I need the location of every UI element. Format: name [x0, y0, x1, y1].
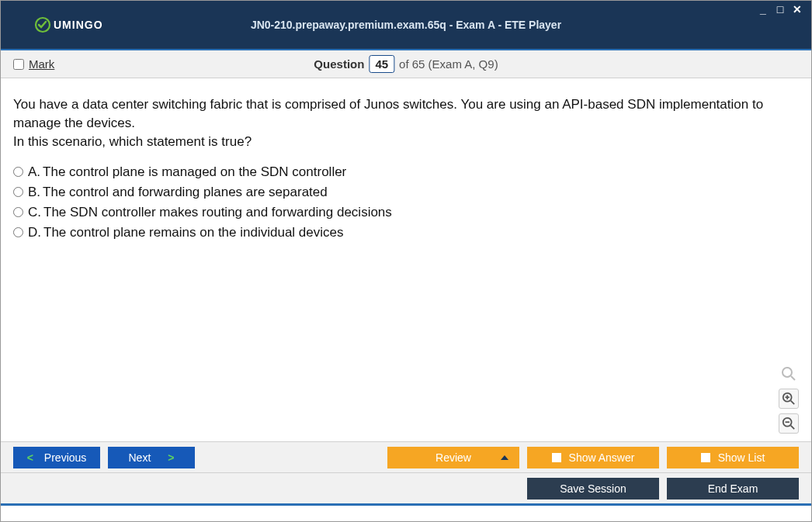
review-button[interactable]: Review	[387, 447, 519, 468]
logo-text: UMINGO	[54, 19, 103, 31]
question-indicator: Question 45 of 65 (Exam A, Q9)	[314, 55, 498, 73]
svg-point-1	[783, 368, 792, 377]
option-letter: D.	[28, 223, 41, 242]
question-word: Question	[314, 57, 364, 71]
option-a-radio[interactable]	[13, 167, 23, 177]
end-exam-label: End Exam	[708, 482, 758, 495]
next-label: Next	[129, 451, 151, 464]
search-icon[interactable]	[779, 364, 799, 384]
show-list-label: Show List	[718, 451, 765, 464]
answer-options: A. The control plane is managed on the S…	[13, 163, 799, 241]
option-c-radio[interactable]	[13, 207, 23, 217]
option-text: The SDN controller makes routing and for…	[43, 203, 392, 222]
maximize-icon[interactable]: □	[774, 4, 786, 15]
option-letter: B.	[28, 183, 40, 202]
svg-line-8	[791, 426, 795, 430]
zoom-in-icon[interactable]	[779, 389, 799, 409]
question-content: You have a data center switching fabric …	[1, 78, 811, 441]
mark-label[interactable]: Mark	[29, 57, 54, 71]
checkbox-icon	[552, 453, 561, 462]
chevron-left-icon: <	[27, 451, 33, 464]
info-bar: Mark Question 45 of 65 (Exam A, Q9)	[1, 50, 811, 78]
app-logo: UMINGO	[1, 16, 103, 34]
previous-button[interactable]: < Previous	[13, 447, 100, 468]
option-letter: A.	[28, 163, 40, 181]
option-letter: C.	[28, 203, 41, 222]
next-button[interactable]: Next >	[108, 447, 195, 468]
option-text: The control plane remains on the individ…	[43, 223, 344, 242]
svg-line-2	[791, 376, 795, 380]
show-answer-button[interactable]: Show Answer	[527, 447, 659, 468]
option-b[interactable]: B. The control and forwarding planes are…	[13, 183, 799, 202]
option-d[interactable]: D. The control plane remains on the indi…	[13, 223, 799, 242]
close-icon[interactable]: ✕	[791, 4, 803, 15]
triangle-up-icon	[501, 455, 508, 460]
title-bar: UMINGO JN0-210.prepaway.premium.exam.65q…	[1, 1, 811, 50]
zoom-out-icon[interactable]	[779, 413, 799, 434]
window-controls: _ □ ✕	[757, 4, 803, 15]
footer-session: Save Session End Exam	[1, 472, 811, 503]
minimize-icon[interactable]: _	[757, 4, 769, 15]
previous-label: Previous	[44, 451, 86, 464]
chevron-right-icon: >	[168, 451, 174, 464]
svg-line-4	[791, 401, 795, 405]
question-text: You have a data center switching fabric …	[13, 95, 799, 150]
mark-checkbox-wrap[interactable]: Mark	[13, 57, 54, 71]
show-answer-label: Show Answer	[569, 451, 635, 464]
option-text: The control and forwarding planes are se…	[43, 183, 328, 202]
save-session-label: Save Session	[560, 482, 626, 495]
question-line-1: You have a data center switching fabric …	[13, 97, 763, 130]
mark-checkbox[interactable]	[13, 59, 24, 70]
end-exam-button[interactable]: End Exam	[667, 478, 799, 500]
option-a[interactable]: A. The control plane is managed on the S…	[13, 163, 799, 181]
question-number: 45	[369, 55, 394, 73]
save-session-button[interactable]: Save Session	[527, 478, 659, 500]
zoom-tools	[779, 364, 799, 434]
option-d-radio[interactable]	[13, 227, 23, 237]
logo-check-icon	[33, 16, 52, 34]
checkbox-icon	[701, 453, 710, 462]
option-text: The control plane is managed on the SDN …	[43, 163, 346, 181]
show-list-button[interactable]: Show List	[667, 447, 799, 468]
footer-nav: < Previous Next > Review Show Answer Sho…	[1, 441, 811, 472]
review-label: Review	[435, 451, 471, 464]
question-of-text: of 65 (Exam A, Q9)	[399, 57, 498, 71]
option-b-radio[interactable]	[13, 187, 23, 197]
bottom-accent	[1, 503, 811, 506]
window-title: JN0-210.prepaway.premium.exam.65q - Exam…	[251, 19, 561, 31]
option-c[interactable]: C. The SDN controller makes routing and …	[13, 203, 799, 222]
question-line-2: In this scenario, which statement is tru…	[13, 134, 252, 149]
